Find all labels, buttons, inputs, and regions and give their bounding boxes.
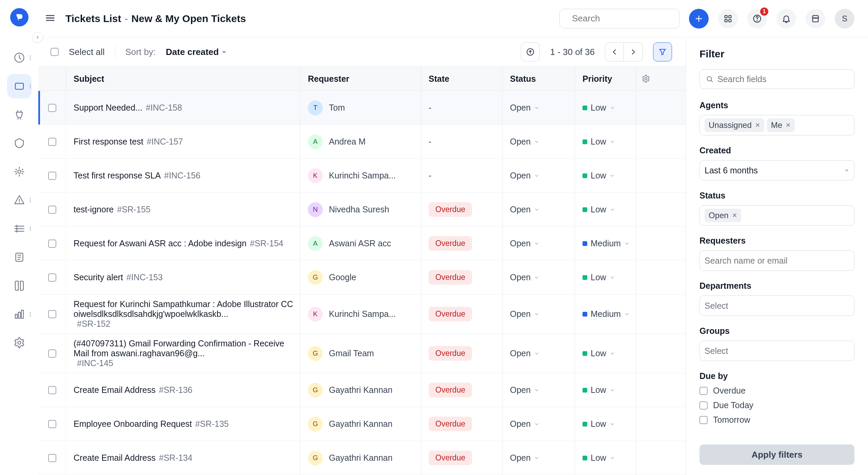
nav-assets[interactable] [7,216,32,241]
status-dropdown[interactable]: Open [510,103,539,113]
table-row[interactable]: Support Needed...#INC-158TTom-OpenLow [38,91,686,125]
app-logo[interactable] [10,8,28,26]
nav-changes[interactable] [7,131,32,155]
row-checkbox[interactable] [48,310,56,318]
column-subject[interactable]: Subject [66,67,300,91]
column-settings[interactable] [636,67,655,91]
status-dropdown[interactable]: Open [510,419,539,429]
priority-dropdown[interactable]: Low [583,419,615,429]
help-button[interactable]: 1 [747,9,767,28]
status-dropdown[interactable]: Open [510,137,539,147]
table-row[interactable]: Test first response SLA#INC-156KKurinchi… [38,159,686,193]
nav-problems[interactable] [7,102,32,127]
nav-settings[interactable] [7,330,32,355]
filter-created-select[interactable]: Last 6 months [699,160,854,180]
row-checkbox[interactable] [48,240,56,248]
row-checkbox[interactable] [48,349,56,358]
status-dropdown[interactable]: Open [510,205,539,214]
priority-dropdown[interactable]: Low [583,453,615,463]
table-row[interactable]: (#407097311) Gmail Forwarding Confirmati… [38,334,686,373]
table-row[interactable]: Security alert#INC-153GGoogleOverdueOpen… [38,261,686,294]
priority-dropdown[interactable]: Low [583,137,615,147]
chip-remove[interactable]: ✕ [786,121,791,129]
nav-alerts[interactable] [7,188,32,212]
priority-dropdown[interactable]: Low [583,205,615,214]
priority-dropdown[interactable]: Low [583,272,615,282]
filter-agents-field[interactable]: Unassigned✕Me✕ [699,115,854,135]
table-row[interactable]: Employee Onboarding Request#SR-135GGayat… [38,407,686,441]
filter-groups-select[interactable]: Select [699,341,854,361]
priority-dropdown[interactable]: Low [583,103,615,113]
nav-knowledge[interactable] [7,273,32,298]
row-checkbox[interactable] [48,273,56,282]
export-button[interactable] [521,42,540,61]
global-search[interactable] [559,9,679,28]
filter-departments-select[interactable]: Select [699,296,854,316]
dueby-checkbox[interactable] [699,401,708,410]
table-row[interactable]: test-ignore#SR-155NNivedha SureshOverdue… [38,193,686,227]
priority-dropdown[interactable]: Low [583,385,615,395]
apply-filters-button[interactable]: Apply filters [699,444,854,465]
status-dropdown[interactable]: Open [510,272,539,282]
user-avatar[interactable]: S [835,9,854,28]
column-requester[interactable]: Requester [300,67,421,91]
row-checkbox[interactable] [48,172,56,180]
nav-releases[interactable] [7,159,32,184]
dueby-checkbox[interactable] [699,416,708,424]
status-dropdown[interactable]: Open [510,453,539,463]
table-row[interactable]: Create Email Address#SR-136GGayathri Kan… [38,373,686,407]
row-checkbox[interactable] [48,104,56,112]
row-checkbox[interactable] [48,138,56,146]
expand-rail-button[interactable] [32,32,43,43]
filter-search-input[interactable] [717,74,848,84]
status-dropdown[interactable]: Open [510,309,539,319]
status-dropdown[interactable]: Open [510,239,539,248]
filter-requesters-field[interactable] [699,250,854,271]
table-row[interactable]: Request for Kurinchi Sampathkumar : Adob… [38,294,686,334]
column-priority[interactable]: Priority [575,67,636,91]
sort-by-value[interactable]: Date created [166,47,227,57]
row-checkbox[interactable] [48,420,56,428]
table-row[interactable]: Create Email Address#SR-134GGayathri Kan… [38,441,686,475]
next-page-button[interactable] [624,42,643,61]
column-state[interactable]: State [421,67,502,91]
row-checkbox[interactable] [48,454,56,462]
table-row[interactable]: First response test#INC-157AAndrea M-Ope… [38,125,686,159]
dueby-option[interactable]: Tomorrow [699,415,854,425]
filter-search[interactable] [699,69,854,89]
filter-requesters-input[interactable] [705,256,849,266]
priority-dropdown[interactable]: Low [583,171,615,180]
marketplace-button[interactable] [806,9,825,28]
priority-dropdown[interactable]: Low [583,348,615,358]
dueby-option[interactable]: Overdue [699,386,854,396]
priority-dropdown[interactable]: Medium [583,239,630,248]
select-all-checkbox[interactable] [51,48,59,56]
apps-button[interactable] [718,9,738,28]
notifications-button[interactable] [776,9,796,28]
dueby-option[interactable]: Due Today [699,400,854,410]
filter-status-field[interactable]: Open✕ [699,205,854,226]
nav-solutions[interactable] [7,245,32,269]
chip-remove[interactable]: ✕ [732,212,737,219]
filter-title: Filter [699,48,854,60]
new-ticket-button[interactable] [689,9,709,28]
nav-tickets[interactable] [7,74,32,98]
nav-reports[interactable] [7,302,32,326]
status-dropdown[interactable]: Open [510,348,539,358]
ticket-subject: test-ignore [74,205,114,214]
row-checkbox[interactable] [48,206,56,214]
chip-remove[interactable]: ✕ [755,121,760,129]
filter-toggle-button[interactable] [653,42,672,61]
table-row[interactable]: Request for Aswani ASR acc : Adobe indes… [38,227,686,261]
global-search-input[interactable] [572,13,682,24]
status-dropdown[interactable]: Open [510,385,539,395]
menu-toggle[interactable] [44,12,56,25]
column-status[interactable]: Status [502,67,575,91]
priority-dropdown[interactable]: Medium [583,309,630,319]
status-dropdown[interactable]: Open [510,171,539,180]
nav-dashboard[interactable] [7,45,32,70]
prev-page-button[interactable] [605,42,624,61]
ticket-subject: Create Email Address [74,453,156,463]
row-checkbox[interactable] [48,386,56,394]
dueby-checkbox[interactable] [699,387,708,395]
